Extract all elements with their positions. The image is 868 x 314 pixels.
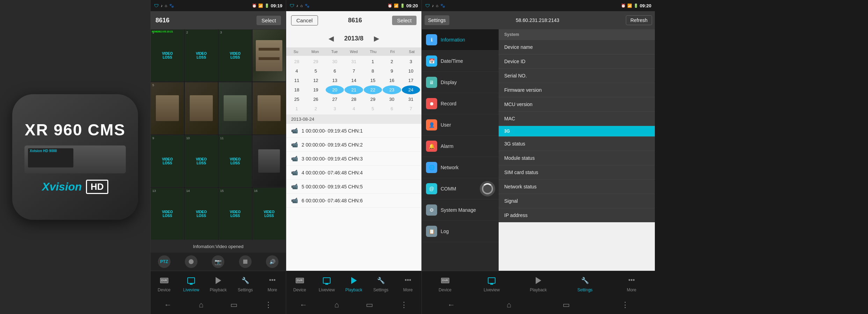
lv-cell-15[interactable]: 15 VIDEOLOSS (218, 188, 252, 240)
nav-playback[interactable]: Playback (515, 275, 562, 292)
submenu-mac[interactable]: MAC (499, 112, 655, 126)
submenu-serial-no[interactable]: Serial NO. (499, 69, 655, 83)
nav-more[interactable]: ••• More (395, 275, 421, 292)
refresh-button[interactable]: Refresh (626, 15, 652, 25)
cal-day[interactable]: 28 (288, 57, 306, 66)
record-item-6[interactable]: 📹 6 00:00:00- 07:46:48 CHN:6 (286, 194, 421, 208)
lv-cell-9[interactable]: 9 VIDEOLOSS (151, 135, 184, 187)
menu-user[interactable]: 👤 User (422, 114, 499, 136)
nav-liveview[interactable]: Liveview (313, 275, 340, 292)
lv-cell-13[interactable]: 13 VIDEOLOSS (151, 188, 184, 240)
nav-liveview[interactable]: Liveview (178, 275, 204, 292)
cal-day[interactable]: 30 (326, 57, 344, 66)
lv-cell-10[interactable]: 10 VIDEOLOSS (185, 135, 218, 187)
cal-day[interactable]: 26 (306, 95, 325, 104)
cal-day[interactable]: 11 (288, 76, 306, 85)
cal-day-highlighted[interactable]: 22 (364, 85, 382, 94)
record-item-2[interactable]: 📹 2 00:00:00- 09:19:45 CHN:2 (286, 138, 421, 152)
cal-day[interactable]: 27 (326, 95, 344, 104)
back-button[interactable]: ← (448, 300, 455, 309)
cal-day[interactable]: 3 (326, 104, 344, 113)
cal-day[interactable]: 16 (383, 76, 401, 85)
cal-day[interactable]: 2 (306, 104, 325, 113)
cal-day[interactable]: 17 (402, 76, 420, 85)
cal-day[interactable]: 6 (326, 67, 344, 75)
back-button[interactable]: ← (164, 300, 172, 309)
lv-cell-11[interactable]: 11 VIDEOLOSS (218, 135, 252, 187)
nav-device[interactable]: DVR Device (286, 275, 313, 292)
record-button[interactable] (185, 255, 197, 268)
cal-day[interactable]: 15 (364, 76, 382, 85)
select-button[interactable]: Select (256, 16, 281, 25)
cal-day-highlighted[interactable]: 20 (326, 85, 344, 94)
cal-day[interactable]: 9 (383, 67, 401, 75)
nav-more[interactable]: ••• More (259, 275, 286, 292)
nav-settings[interactable]: 🔧 Settings (562, 275, 608, 292)
cal-day[interactable]: 18 (288, 85, 306, 94)
cal-day[interactable]: 7 (345, 67, 363, 75)
cancel-button[interactable]: Cancel (291, 15, 318, 25)
nav-device[interactable]: DVR Device (422, 275, 468, 292)
record-item-4[interactable]: 📹 4 00:00:00- 07:46:48 CHN:4 (286, 166, 421, 180)
menu-network[interactable]: 🌐 Network (422, 157, 499, 178)
back-button[interactable]: ← (300, 300, 308, 309)
lv-cell-16[interactable]: 16 VIDEOLOSS (252, 188, 286, 240)
cal-day[interactable]: 5 (306, 67, 325, 75)
nav-liveview[interactable]: Liveview (468, 275, 515, 292)
submenu-device-name[interactable]: Device name (499, 40, 655, 54)
snapshot-button[interactable]: 📷 (212, 255, 224, 268)
menu-button[interactable]: ⋮ (265, 300, 272, 309)
menu-datetime[interactable]: 📅 Date/Time (422, 51, 499, 72)
cal-day[interactable]: 31 (345, 57, 363, 66)
cal-day[interactable]: 7 (402, 104, 420, 113)
cal-day[interactable]: 31 (402, 95, 420, 104)
cal-day[interactable]: 5 (364, 104, 382, 113)
record-item-3[interactable]: 📹 3 00:00:00- 09:19:45 CHN:3 (286, 152, 421, 166)
menu-display[interactable]: 🖥 Display (422, 72, 499, 93)
cal-day[interactable]: 4 (288, 67, 306, 75)
cal-day-highlighted[interactable]: 23 (383, 85, 401, 94)
menu-comm[interactable]: @ COMM (422, 178, 499, 200)
prev-month-button[interactable]: ◀ (325, 34, 337, 43)
select-button[interactable]: Select (392, 16, 417, 25)
next-month-button[interactable]: ▶ (370, 34, 383, 43)
submenu-device-id[interactable]: Device ID (499, 54, 655, 69)
home-button[interactable]: ⌂ (334, 300, 339, 309)
cal-day[interactable]: 19 (306, 85, 325, 94)
cal-day[interactable]: 1 (364, 57, 382, 66)
cal-day[interactable]: 29 (364, 95, 382, 104)
menu-log[interactable]: 📋 Log (422, 221, 499, 242)
cal-day[interactable]: 25 (288, 95, 306, 104)
submenu-3g-status[interactable]: 3G status (499, 137, 655, 151)
lv-cell-8[interactable] (252, 82, 286, 134)
submenu-firmware-version[interactable]: Firmware version (499, 83, 655, 97)
menu-record[interactable]: ⏺ Record (422, 93, 499, 114)
cal-day[interactable]: 28 (345, 95, 363, 104)
recents-button[interactable]: ▭ (230, 300, 238, 309)
lv-cell-14[interactable]: 14 VIDEOLOSS (185, 188, 218, 240)
cal-day[interactable]: 30 (383, 95, 401, 104)
stop-button[interactable] (239, 255, 252, 268)
cal-day[interactable]: 8 (364, 67, 382, 75)
home-button[interactable]: ⌂ (507, 300, 511, 309)
submenu-signal[interactable]: Signal (499, 194, 655, 208)
cal-day-selected[interactable]: 24 (402, 85, 420, 94)
submenu-network-status[interactable]: Network status (499, 180, 655, 194)
lv-cell-5[interactable]: 5 (151, 82, 184, 134)
menu-button[interactable]: ⋮ (400, 300, 408, 309)
lv-cell-3[interactable]: 3 VIDEOLOSS (218, 29, 252, 82)
lv-cell-6[interactable] (185, 82, 218, 134)
cal-day[interactable]: 3 (402, 57, 420, 66)
home-button[interactable]: ⌂ (199, 300, 203, 309)
menu-information[interactable]: ℹ Information (422, 29, 499, 51)
nav-settings[interactable]: 🔧 Settings (232, 275, 259, 292)
cal-day[interactable]: 10 (402, 67, 420, 75)
audio-button[interactable]: 🔊 (266, 255, 279, 268)
cal-day[interactable]: 2 (383, 57, 401, 66)
record-item-5[interactable]: 📹 5 00:00:00- 09:19:45 CHN:5 (286, 180, 421, 194)
nav-settings[interactable]: 🔧 Settings (367, 275, 394, 292)
cal-day[interactable]: 12 (306, 76, 325, 85)
lv-cell-1[interactable]: 4/24/2013 05:19:21 1 VIDEOLOSS (151, 29, 184, 82)
recents-button[interactable]: ▭ (563, 300, 570, 309)
nav-device[interactable]: DVR Device (151, 275, 178, 292)
